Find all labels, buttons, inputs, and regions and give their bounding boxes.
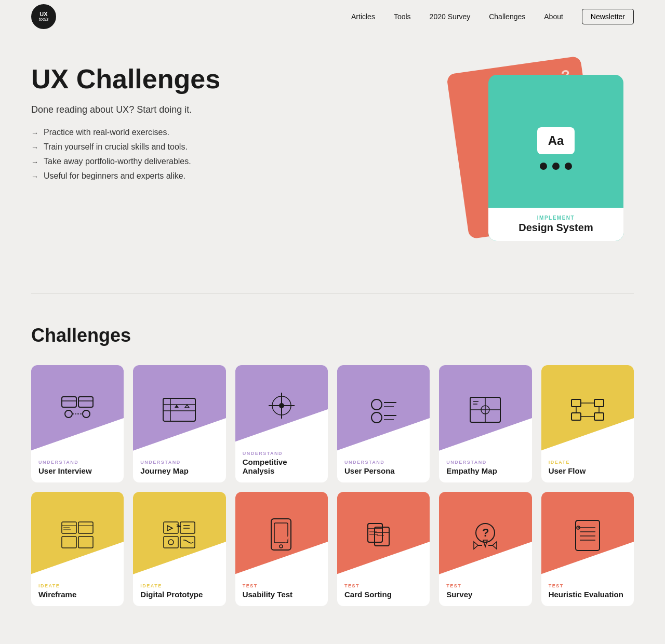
challenge-name-label: Competitive Analysis [243, 458, 321, 475]
hero-card-group: ? Aa IMPLEMENT [457, 54, 634, 251]
card-info: TESTSurvey [439, 578, 531, 606]
card-front-bottom: IMPLEMENT Design System [488, 208, 623, 241]
challenge-card[interactable]: UNDERSTANDCompetitive Analysis [235, 365, 328, 482]
hero-list-item-1: →Practice with real-world exercises. [31, 128, 220, 137]
challenge-card[interactable]: IDEATEDigital Prototype [133, 492, 225, 606]
challenge-name-label: User Interview [38, 466, 116, 475]
card-icon [541, 365, 634, 454]
svg-rect-44 [62, 536, 76, 548]
svg-marker-67 [474, 542, 478, 549]
challenges-section: Challenges UNDERSTANDUser InterviewUNDER… [0, 304, 665, 644]
card-icon [439, 365, 531, 454]
challenge-card[interactable]: TESTHeuristic Evaluation [541, 492, 634, 606]
card-info: UNDERSTANDCompetitive Analysis [235, 446, 328, 482]
card-illustration-area [541, 492, 634, 578]
svg-rect-8 [163, 398, 195, 421]
card-info: UNDERSTANDEmpathy Map [439, 454, 531, 482]
svg-rect-32 [594, 399, 604, 407]
arrow-icon-4: → [31, 172, 38, 181]
nav-challenges[interactable]: Challenges [489, 12, 525, 21]
card-info: UNDERSTANDUser Persona [337, 454, 430, 482]
card-illustration-area [337, 365, 430, 454]
card-illustration-area [133, 492, 225, 578]
challenge-card[interactable]: TESTUsability Test [235, 492, 328, 606]
card-illustration-area [235, 365, 328, 446]
svg-rect-31 [571, 413, 581, 420]
challenge-category-label: UNDERSTAND [38, 460, 116, 465]
card-icon [133, 365, 225, 454]
svg-rect-30 [571, 399, 581, 407]
svg-point-21 [371, 412, 382, 423]
challenge-category-label: TEST [344, 583, 422, 588]
challenge-card[interactable]: IDEATEUser Flow [541, 365, 634, 482]
hero-card-front: Aa IMPLEMENT Design System [488, 75, 623, 241]
challenge-category-label: TEST [446, 583, 524, 588]
challenges-title: Challenges [31, 325, 634, 346]
svg-rect-53 [274, 523, 288, 543]
hero-section: UX Challenges Done reading about UX? Sta… [0, 33, 665, 283]
card-illustration-area: ? [439, 492, 531, 578]
svg-rect-49 [164, 536, 178, 548]
dot-2 [552, 163, 560, 170]
card-illustration-area [337, 492, 430, 578]
card-icon [133, 492, 225, 578]
card-title-label: Design System [499, 222, 613, 234]
challenge-category-label: UNDERSTAND [344, 460, 422, 465]
card-icon [235, 492, 328, 578]
card-illustration-area [31, 365, 124, 454]
challenge-card[interactable]: ?TESTSurvey [439, 492, 531, 606]
challenge-card[interactable]: IDEATEWireframe [31, 492, 124, 606]
logo[interactable]: UX tools [31, 4, 56, 29]
challenge-category-label: UNDERSTAND [140, 460, 218, 465]
arrow-icon-3: → [31, 158, 38, 166]
challenge-card[interactable]: UNDERSTANDEmpathy Map [439, 365, 531, 482]
card-info: TESTUsability Test [235, 578, 328, 606]
challenge-category-label: TEST [549, 583, 627, 588]
challenge-name-label: Journey Map [140, 466, 218, 475]
svg-marker-64 [483, 540, 487, 547]
card-illustration-area [31, 492, 124, 578]
hero-list-item-4: →Useful for beginners and experts alike. [31, 171, 220, 181]
card-icon [337, 365, 430, 454]
challenge-category-label: TEST [243, 583, 321, 588]
challenge-card[interactable]: UNDERSTANDJourney Map [133, 365, 225, 482]
nav-articles[interactable]: Articles [351, 12, 375, 21]
card-illustration-area [541, 365, 634, 454]
challenge-name-label: Card Sorting [344, 590, 422, 599]
challenge-card[interactable]: TESTCard Sorting [337, 492, 430, 606]
dot-3 [565, 163, 572, 170]
nav-survey[interactable]: 2020 Survey [430, 12, 471, 21]
svg-point-5 [65, 410, 72, 418]
challenge-card[interactable]: UNDERSTANDUser Interview [31, 365, 124, 482]
card-info: UNDERSTANDJourney Map [133, 454, 225, 482]
card-info: IDEATEWireframe [31, 578, 124, 606]
challenge-card[interactable]: UNDERSTANDUser Persona [337, 365, 430, 482]
challenge-name-label: User Flow [549, 466, 627, 475]
card-info: UNDERSTANDUser Interview [31, 454, 124, 482]
challenge-category-label: UNDERSTAND [446, 460, 524, 465]
card-category-label: IMPLEMENT [499, 215, 613, 221]
svg-marker-47 [167, 526, 172, 531]
challenge-category-label: IDEATE [38, 583, 116, 588]
svg-rect-3 [78, 397, 93, 407]
card-info: IDEATEUser Flow [541, 454, 634, 482]
nav-tools[interactable]: Tools [394, 12, 411, 21]
hero-divider [31, 293, 634, 293]
newsletter-button[interactable]: Newsletter [582, 9, 634, 24]
card-icon [31, 492, 124, 578]
challenge-name-label: Usability Test [243, 590, 321, 599]
challenge-name-label: User Persona [344, 466, 422, 475]
svg-marker-68 [493, 542, 497, 549]
aa-box: Aa [537, 127, 575, 154]
arrow-icon-2: → [31, 143, 38, 152]
svg-rect-69 [576, 520, 600, 551]
card-info: TESTHeuristic Evaluation [541, 578, 634, 606]
challenge-category-label: IDEATE [549, 460, 627, 465]
hero-list-item-2: →Train yourself in crucial skills and to… [31, 142, 220, 152]
nav-about[interactable]: About [544, 12, 563, 21]
svg-rect-1 [62, 397, 76, 407]
challenge-name-label: Empathy Map [446, 466, 524, 475]
challenge-category-label: UNDERSTAND [243, 451, 321, 456]
svg-point-17 [279, 403, 284, 408]
card-icon [541, 492, 634, 578]
